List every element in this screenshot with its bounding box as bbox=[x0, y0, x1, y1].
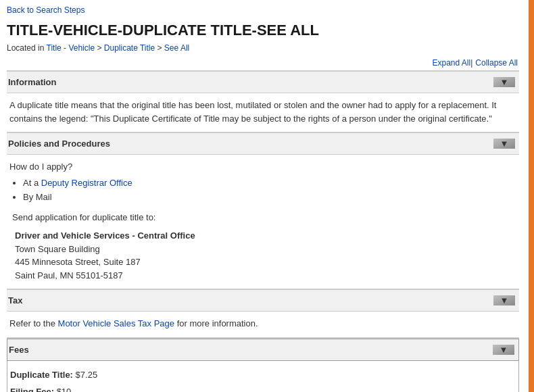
right-orange-bar bbox=[529, 0, 534, 392]
policies-chevron[interactable]: ▼ bbox=[493, 139, 515, 149]
policies-chevron-icon: ▼ bbox=[500, 139, 509, 149]
breadcrumb-sep2: > bbox=[157, 43, 164, 53]
fee-duplicate-title-val: $7.25 bbox=[76, 370, 98, 380]
fees-chevron-icon: ▼ bbox=[500, 345, 508, 355]
back-link[interactable]: Back to Search Steps bbox=[7, 5, 84, 15]
expand-all-link[interactable]: Expand All bbox=[432, 58, 470, 68]
tax-section: Tax ▼ Refer to the Motor Vehicle Sales T… bbox=[7, 289, 519, 338]
how-apply-label: How do I apply? bbox=[9, 160, 516, 174]
address-line2: 445 Minnesota Street, Suite 187 bbox=[15, 255, 516, 269]
information-chevron-icon: ▼ bbox=[500, 77, 509, 87]
tax-chevron[interactable]: ▼ bbox=[493, 295, 515, 305]
address-line1: Town Square Building bbox=[15, 243, 516, 256]
breadcrumb-duplicate-title[interactable]: Duplicate Title bbox=[104, 43, 155, 53]
information-section: Information ▼ A duplicate title means th… bbox=[7, 71, 519, 132]
address-block: Driver and Vehicle Services - Central Of… bbox=[12, 229, 516, 282]
fee-duplicate-title: Duplicate Title: $7.25 bbox=[10, 366, 516, 384]
breadcrumb: Located in Title - Vehicle > Duplicate T… bbox=[7, 43, 519, 53]
fees-section: Fees ▼ Duplicate Title: $7.25 Filing Fee… bbox=[7, 338, 519, 393]
information-section-header[interactable]: Information ▼ bbox=[7, 72, 519, 93]
fee-filing: Filing Fee: $10 bbox=[10, 383, 516, 392]
fees-section-header[interactable]: Fees ▼ bbox=[7, 339, 519, 361]
fees-chevron[interactable]: ▼ bbox=[493, 345, 514, 355]
policies-body: How do I apply? At a Deputy Registrar Of… bbox=[7, 155, 519, 289]
apply-method-registrar: At a Deputy Registrar Office bbox=[23, 176, 516, 190]
apply-at-text: At a bbox=[23, 178, 41, 188]
collapse-all-link[interactable]: Collapse All bbox=[475, 58, 518, 68]
tax-chevron-icon: ▼ bbox=[500, 295, 509, 305]
breadcrumb-title-vehicle[interactable]: Title - Vehicle bbox=[47, 43, 95, 53]
policies-title: Policies and Procedures bbox=[7, 139, 110, 149]
address-line3: Saint Paul, MN 55101-5187 bbox=[15, 269, 516, 283]
by-mail-text: By Mail bbox=[23, 192, 52, 202]
apply-method-mail: By Mail bbox=[23, 191, 516, 204]
expand-collapse-bar: Expand All | Collapse All bbox=[7, 55, 519, 71]
motor-vehicle-tax-link[interactable]: Motor Vehicle Sales Tax Page bbox=[58, 318, 174, 328]
tax-text-after: for more information. bbox=[174, 318, 258, 328]
tax-title: Tax bbox=[7, 295, 22, 305]
org-name: Driver and Vehicle Services - Central Of… bbox=[15, 229, 516, 243]
send-application-text: Send application for duplicate title to: bbox=[12, 211, 516, 224]
tax-body: Refer to the Motor Vehicle Sales Tax Pag… bbox=[7, 312, 519, 338]
policies-section: Policies and Procedures ▼ How do I apply… bbox=[7, 132, 519, 289]
breadcrumb-sep1: > bbox=[97, 43, 103, 53]
tax-text-before: Refer to the bbox=[9, 318, 58, 328]
information-title: Information bbox=[7, 77, 57, 87]
breadcrumb-see-all[interactable]: See All bbox=[164, 43, 189, 53]
information-body: A duplicate title means that the origina… bbox=[7, 93, 519, 132]
information-chevron[interactable]: ▼ bbox=[493, 77, 515, 87]
fee-filing-label: Filing Fee: bbox=[10, 387, 54, 392]
deputy-registrar-link[interactable]: Deputy Registrar Office bbox=[41, 178, 132, 188]
mail-instructions: Send application for duplicate title to:… bbox=[9, 211, 516, 283]
fees-title: Fees bbox=[7, 345, 29, 355]
tax-section-header[interactable]: Tax ▼ bbox=[7, 290, 519, 312]
policies-section-header[interactable]: Policies and Procedures ▼ bbox=[7, 133, 519, 155]
apply-methods-list: At a Deputy Registrar Office By Mail bbox=[23, 176, 516, 204]
fee-filing-val: $10 bbox=[57, 387, 72, 392]
breadcrumb-prefix: Located in bbox=[7, 43, 44, 53]
fees-body: Duplicate Title: $7.25 Filing Fee: $10 R… bbox=[7, 361, 519, 393]
page-title: TITLE-VEHICLE-DUPLICATE TITLE-SEE ALL bbox=[7, 19, 519, 39]
information-text: A duplicate title means that the origina… bbox=[9, 100, 496, 124]
fee-duplicate-title-label: Duplicate Title: bbox=[10, 370, 73, 380]
